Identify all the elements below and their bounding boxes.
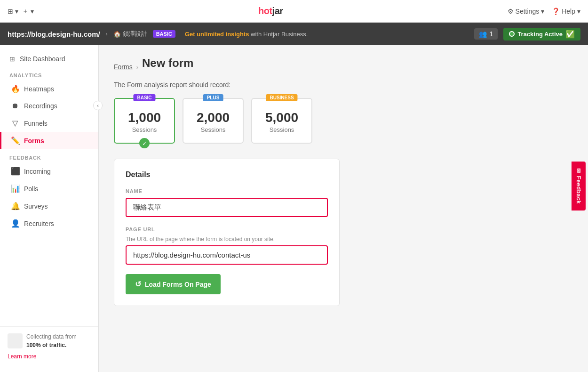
sidebar-bottom: Collecting data from 100% of traffic. Le… [0, 326, 98, 366]
session-cards: BASIC 1,000 Sessions ✓ PLUS 2,000 Sessio… [114, 98, 573, 144]
session-card-business[interactable]: BUSINESS 5,000 Sessions [251, 98, 312, 144]
surveys-label: Surveys [24, 202, 48, 210]
settings-chevron: ▾ [541, 8, 544, 15]
nav-left: ⊞ ▾ ＋ ▾ [8, 7, 34, 16]
site-name: 鎖澤設計 [123, 30, 147, 38]
page-title: New form [142, 57, 193, 70]
add-chevron: ▾ [31, 8, 34, 15]
hotjar-logo: hotjar [258, 6, 283, 16]
funnels-icon: ▽ [11, 119, 19, 128]
recordings-icon: ⏺ [11, 102, 19, 110]
basic-count: 1,000 [126, 110, 163, 125]
load-forms-label: Load Forms On Page [145, 281, 211, 288]
site-bar-arrow: › [106, 31, 108, 37]
site-bar-right: 👥 1 Tracking Active ✅ [474, 28, 580, 40]
feedback-section-label: FEEDBACK [0, 149, 98, 162]
grid-menu-button[interactable]: ⊞ ▾ [8, 8, 18, 15]
forms-label: Forms [24, 137, 44, 145]
recruiters-icon: 👤 [11, 219, 19, 228]
name-field-group: NAME [126, 188, 328, 217]
tracking-check: ✅ [565, 30, 575, 39]
nav-right: ⚙ Settings ▾ ❓ Help ▾ [508, 8, 580, 15]
app-body: ⊞ Site Dashboard ANALYTICS 🔥 Heatmaps ⏺ … [0, 45, 588, 372]
basic-card-badge: BASIC [133, 94, 155, 101]
promo-text: Get unlimited insights with Hotjar Busin… [185, 31, 308, 38]
tracking-dot [509, 31, 515, 37]
site-url: https://blog.design-hu.com/ [8, 30, 100, 38]
business-card-badge: BUSINESS [266, 94, 297, 101]
load-spinner-icon: ↺ [135, 280, 141, 289]
breadcrumb: Forms › New form [114, 57, 573, 77]
users-badge: 👥 1 [474, 28, 498, 40]
site-icon: 🏠 [113, 31, 121, 38]
recruiters-label: Recruiters [24, 220, 54, 227]
basic-badge: BASIC [153, 30, 175, 38]
recordings-label: Recordings [24, 102, 57, 110]
business-label: Sessions [263, 126, 300, 133]
promo-link[interactable]: Get unlimited insights [185, 31, 249, 38]
sidebar-item-recordings[interactable]: ⏺ Recordings [0, 97, 98, 114]
collecting-text: Collecting data from 100% of traffic. [26, 332, 77, 349]
feedback-tab[interactable]: ✉ Feedback [572, 162, 586, 210]
polls-label: Polls [24, 185, 38, 193]
breadcrumb-forms-link[interactable]: Forms [114, 63, 133, 71]
sidebar-item-surveys[interactable]: 🔔 Surveys [0, 197, 98, 215]
sidebar-collapse-button[interactable]: ‹ [93, 101, 103, 110]
sidebar: ⊞ Site Dashboard ANALYTICS 🔥 Heatmaps ⏺ … [0, 45, 99, 372]
page-url-hint: The URL of the page where the form is lo… [126, 236, 328, 243]
page-url-input[interactable] [126, 245, 328, 265]
incoming-label: Incoming [24, 168, 51, 175]
plus-card-badge: PLUS [203, 94, 223, 101]
settings-button[interactable]: ⚙ Settings ▾ [508, 8, 545, 15]
plus-label: Sessions [195, 126, 231, 133]
site-bar: https://blog.design-hu.com/ › 🏠 鎖澤設計 BAS… [0, 23, 588, 45]
session-card-basic[interactable]: BASIC 1,000 Sessions ✓ [114, 98, 175, 144]
load-forms-button[interactable]: ↺ Load Forms On Page [126, 274, 221, 294]
breadcrumb-arrow: › [136, 64, 138, 71]
page-url-field-group: PAGE URL The URL of the page where the f… [126, 226, 328, 265]
details-section: Details NAME PAGE URL The URL of the pag… [114, 159, 340, 306]
name-label: NAME [126, 188, 328, 194]
main-content: Forms › New form The Form analysis repor… [99, 45, 588, 372]
sidebar-item-polls[interactable]: 📊 Polls [0, 180, 98, 197]
forms-icon: ✏️ [11, 136, 19, 145]
dashboard-icon: ⊞ [9, 55, 15, 63]
learn-more-link[interactable]: Learn more [8, 353, 36, 360]
users-count: 1 [490, 30, 493, 38]
sidebar-item-heatmaps[interactable]: 🔥 Heatmaps [0, 80, 98, 97]
site-name-area: 🏠 鎖澤設計 [113, 30, 147, 38]
sidebar-item-forms[interactable]: ✏️ Forms [0, 132, 98, 149]
sidebar-item-site-dashboard[interactable]: ⊞ Site Dashboard [0, 51, 98, 67]
polls-icon: 📊 [11, 184, 19, 193]
heatmaps-icon: 🔥 [11, 84, 19, 93]
feedback-icon: ✉ [575, 168, 582, 173]
help-chevron: ▾ [577, 8, 580, 15]
tracking-active-badge: Tracking Active ✅ [503, 28, 580, 40]
page-url-label: PAGE URL [126, 226, 328, 232]
help-icon: ❓ [552, 8, 560, 15]
sidebar-item-incoming[interactable]: ⬛ Incoming [0, 162, 98, 180]
users-icon: 👥 [479, 30, 487, 38]
sidebar-item-recruiters[interactable]: 👤 Recruiters [0, 215, 98, 232]
top-navigation: ⊞ ▾ ＋ ▾ hotjar ⚙ Settings ▾ ❓ Help ▾ [0, 0, 588, 23]
funnels-label: Funnels [24, 120, 48, 127]
add-button[interactable]: ＋ ▾ [22, 7, 34, 16]
session-card-plus[interactable]: PLUS 2,000 Sessions [183, 98, 244, 144]
heatmaps-label: Heatmaps [24, 85, 54, 93]
form-subtitle: The Form analysis report should record: [114, 81, 573, 89]
settings-icon: ⚙ [508, 8, 514, 15]
analytics-section-label: ANALYTICS [0, 67, 98, 80]
details-title: Details [126, 170, 328, 179]
tracking-label: Tracking Active [517, 31, 563, 38]
name-input[interactable] [126, 198, 328, 217]
incoming-icon: ⬛ [11, 167, 19, 176]
feedback-label: Feedback [575, 176, 582, 204]
plus-icon: ＋ [22, 7, 29, 16]
plus-count: 2,000 [195, 110, 231, 125]
basic-selected-check: ✓ [139, 138, 150, 148]
surveys-icon: 🔔 [11, 202, 19, 210]
grid-icon: ⊞ [8, 8, 13, 15]
help-button[interactable]: ❓ Help ▾ [552, 8, 580, 15]
business-count: 5,000 [263, 110, 300, 125]
sidebar-item-funnels[interactable]: ▽ Funnels [0, 114, 98, 132]
